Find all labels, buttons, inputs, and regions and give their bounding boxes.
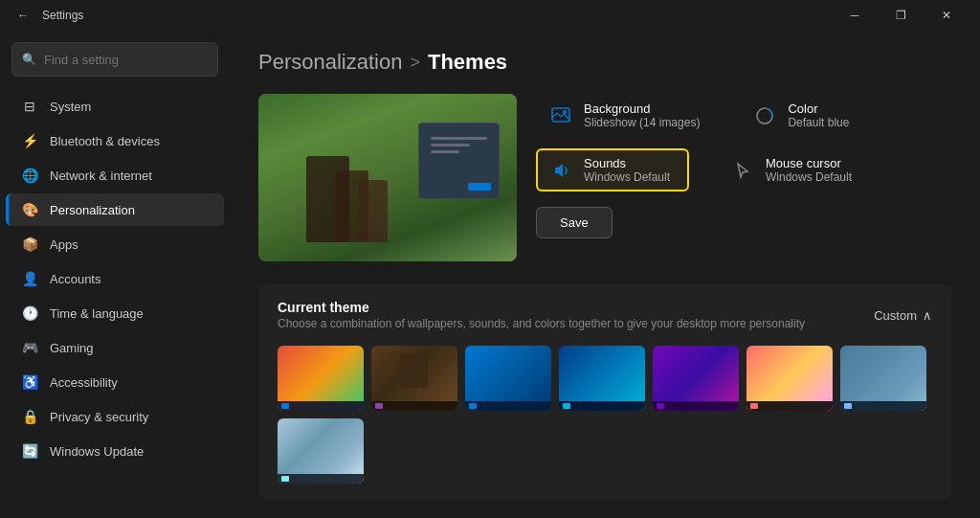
mouse-cursor-label: Mouse cursor xyxy=(766,156,852,170)
update-icon: 🔄 xyxy=(21,442,38,460)
sounds-option[interactable]: Sounds Windows Default xyxy=(536,148,689,191)
titlebar: ← Settings ─ ❐ ✕ xyxy=(0,0,980,31)
time-icon: 🕐 xyxy=(21,304,38,322)
theme-thumb-8[interactable] xyxy=(278,418,364,484)
titlebar-title: Settings xyxy=(42,9,83,22)
content-area: Personalization > Themes xyxy=(230,31,980,518)
svg-point-1 xyxy=(563,110,567,114)
back-button[interactable]: ← xyxy=(11,7,34,24)
search-box[interactable]: 🔍 xyxy=(11,42,218,77)
get-more-section: Get more themes from Microsoft Store Bro… xyxy=(258,514,951,518)
sounds-value: Windows Default xyxy=(584,170,670,184)
breadcrumb-parent[interactable]: Personalization xyxy=(258,50,402,75)
sidebar-item-label: Accessibility xyxy=(50,375,118,390)
sidebar-item-label: Windows Update xyxy=(50,444,144,459)
personalization-icon: 🎨 xyxy=(21,201,38,218)
section-collapse-button[interactable]: Custom ∧ xyxy=(874,308,932,323)
theme-thumb-3[interactable] xyxy=(465,346,551,411)
sidebar-item-label: Time & language xyxy=(50,306,144,321)
search-input[interactable] xyxy=(44,53,208,67)
sounds-icon xyxy=(547,157,574,184)
section-subtitle: Choose a combination of wallpapers, soun… xyxy=(278,317,805,330)
mouse-cursor-icon xyxy=(729,157,756,184)
theme-option-row-2: Sounds Windows Default Mouse cursor Wind… xyxy=(536,148,951,191)
theme-top: Background Slideshow (14 images) Color D… xyxy=(258,94,951,261)
titlebar-controls: ─ ❐ ✕ xyxy=(833,0,969,31)
background-text: Background Slideshow (14 images) xyxy=(584,101,700,129)
background-label: Background xyxy=(584,101,700,116)
breadcrumb-arrow: > xyxy=(410,53,420,73)
theme-grid xyxy=(278,346,932,484)
color-option[interactable]: Color Default blue xyxy=(740,94,893,137)
sidebar-item-bluetooth[interactable]: ⚡ Bluetooth & devices xyxy=(6,124,224,157)
accessibility-icon: ♿ xyxy=(21,373,38,391)
sidebar-item-update[interactable]: 🔄 Windows Update xyxy=(6,435,224,467)
sounds-text: Sounds Windows Default xyxy=(584,156,670,184)
bluetooth-icon: ⚡ xyxy=(21,132,38,149)
background-value: Slideshow (14 images) xyxy=(584,116,700,129)
section-header: Current theme Choose a combination of wa… xyxy=(278,300,932,330)
theme-option-row-1: Background Slideshow (14 images) Color D… xyxy=(536,94,951,137)
titlebar-left: ← Settings xyxy=(11,7,833,24)
sidebar: 🔍 ⊟ System ⚡ Bluetooth & devices 🌐 Netwo… xyxy=(0,31,230,518)
restore-button[interactable]: ❐ xyxy=(879,0,923,31)
sidebar-item-label: System xyxy=(50,100,91,114)
sidebar-item-time[interactable]: 🕐 Time & language xyxy=(6,297,224,329)
sidebar-item-label: Accounts xyxy=(50,272,100,286)
sidebar-item-personalization[interactable]: 🎨 Personalization xyxy=(6,193,224,226)
preview-background xyxy=(258,94,517,261)
mouse-cursor-option[interactable]: Mouse cursor Windows Default xyxy=(718,148,871,191)
sidebar-item-apps[interactable]: 📦 Apps xyxy=(6,228,224,260)
breadcrumb-current: Themes xyxy=(428,50,507,75)
sounds-label: Sounds xyxy=(584,156,670,170)
color-value: Default blue xyxy=(788,116,849,129)
close-button[interactable]: ✕ xyxy=(924,0,969,31)
preview-window xyxy=(418,123,500,199)
section-title: Current theme xyxy=(278,300,805,315)
theme-preview xyxy=(258,94,517,261)
color-text: Color Default blue xyxy=(788,101,849,129)
mouse-cursor-text: Mouse cursor Windows Default xyxy=(766,156,852,184)
theme-options: Background Slideshow (14 images) Color D… xyxy=(536,94,951,238)
breadcrumb: Personalization > Themes xyxy=(258,50,951,75)
main-layout: 🔍 ⊟ System ⚡ Bluetooth & devices 🌐 Netwo… xyxy=(0,31,980,518)
save-button[interactable]: Save xyxy=(536,207,612,238)
collapse-label: Custom xyxy=(874,308,917,323)
sidebar-item-label: Bluetooth & devices xyxy=(50,134,160,148)
theme-thumb-2[interactable] xyxy=(371,346,457,411)
sidebar-item-label: Privacy & security xyxy=(50,410,148,424)
background-icon xyxy=(547,102,574,129)
search-icon: 🔍 xyxy=(22,53,36,66)
theme-thumb-4[interactable] xyxy=(559,346,645,411)
sidebar-item-label: Network & internet xyxy=(50,169,152,183)
minimize-button[interactable]: ─ xyxy=(833,0,877,31)
color-icon xyxy=(751,102,778,129)
sidebar-item-label: Personalization xyxy=(50,203,135,217)
theme-thumb-7[interactable] xyxy=(840,346,926,411)
sidebar-item-accounts[interactable]: 👤 Accounts xyxy=(6,262,224,295)
mouse-cursor-value: Windows Default xyxy=(766,170,852,184)
chevron-up-icon: ∧ xyxy=(923,308,932,323)
apps-icon: 📦 xyxy=(21,236,38,253)
privacy-icon: 🔒 xyxy=(21,408,38,425)
section-title-block: Current theme Choose a combination of wa… xyxy=(278,300,805,330)
sidebar-item-gaming[interactable]: 🎮 Gaming xyxy=(6,331,224,364)
sidebar-item-network[interactable]: 🌐 Network & internet xyxy=(6,159,224,191)
theme-thumb-1[interactable] xyxy=(278,346,364,411)
theme-thumb-5[interactable] xyxy=(653,346,739,411)
color-label: Color xyxy=(788,101,849,116)
sidebar-item-label: Apps xyxy=(50,237,78,252)
background-option[interactable]: Background Slideshow (14 images) xyxy=(536,94,711,137)
network-icon: 🌐 xyxy=(21,167,38,184)
accounts-icon: 👤 xyxy=(21,270,38,287)
theme-thumb-6[interactable] xyxy=(746,346,833,411)
sidebar-item-accessibility[interactable]: ♿ Accessibility xyxy=(6,366,224,398)
gaming-icon: 🎮 xyxy=(21,339,38,356)
sidebar-item-privacy[interactable]: 🔒 Privacy & security xyxy=(6,400,224,433)
sidebar-item-system[interactable]: ⊟ System xyxy=(6,90,224,123)
current-theme-section: Current theme Choose a combination of wa… xyxy=(258,284,951,499)
sidebar-item-label: Gaming xyxy=(50,341,94,355)
system-icon: ⊟ xyxy=(21,98,38,115)
